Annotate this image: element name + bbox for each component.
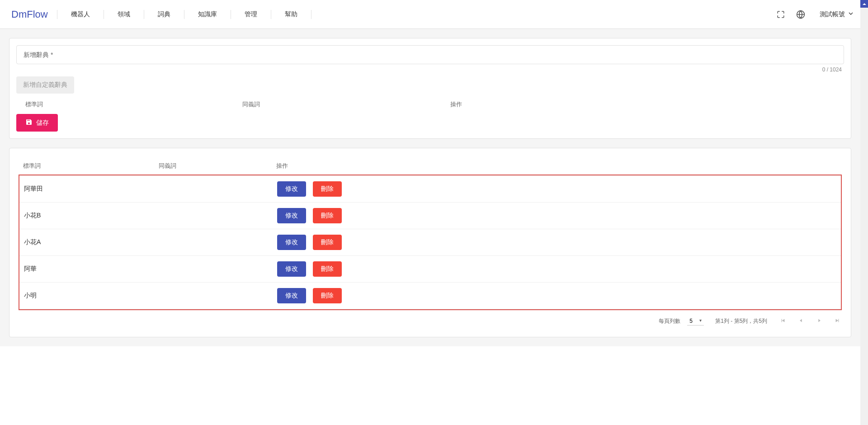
account-menu[interactable]: 測試帳號 <box>815 10 859 19</box>
chevron-down-icon <box>847 10 854 19</box>
pagination: 每頁列數 5 第1列 - 第5列，共5列 <box>9 310 851 332</box>
cell-action: 修改 刪除 <box>277 261 836 277</box>
last-page-button[interactable] <box>833 317 842 325</box>
delete-button[interactable]: 刪除 <box>313 288 342 303</box>
edit-button[interactable]: 修改 <box>277 181 306 197</box>
nav-robot[interactable]: 機器人 <box>60 10 101 19</box>
nav-knowledge[interactable]: 知識庫 <box>187 10 228 19</box>
table-row: 阿華田 修改 刪除 <box>19 175 841 202</box>
prev-page-button[interactable] <box>797 317 806 325</box>
cell-action: 修改 刪除 <box>277 288 836 303</box>
save-label: 儲存 <box>36 119 49 127</box>
per-page-label: 每頁列數 <box>659 317 680 325</box>
page-nav <box>778 317 842 325</box>
form-table-header: 標準詞 同義詞 操作 <box>16 94 844 114</box>
scrollbar[interactable] <box>860 0 868 346</box>
header-left: DmFlow 機器人 領域 詞典 知識庫 管理 幫助 <box>5 9 314 20</box>
cell-action: 修改 刪除 <box>277 181 836 197</box>
cell-standard: 小明 <box>24 292 160 300</box>
delete-button[interactable]: 刪除 <box>313 261 342 277</box>
cell-standard: 小花A <box>24 238 160 246</box>
divider <box>144 10 144 19</box>
delete-button[interactable]: 刪除 <box>313 181 342 197</box>
divider <box>311 10 311 19</box>
divider <box>231 10 231 19</box>
cell-action: 修改 刪除 <box>277 235 836 250</box>
divider <box>104 10 104 19</box>
column-action: 操作 <box>276 162 842 170</box>
divider <box>271 10 271 19</box>
scroll-up-icon[interactable] <box>860 0 868 8</box>
logo[interactable]: DmFlow <box>5 9 55 20</box>
table-row: 小花A 修改 刪除 <box>19 229 841 255</box>
save-icon <box>25 118 33 127</box>
nav-dictionary[interactable]: 詞典 <box>146 10 182 19</box>
table-row: 小明 修改 刪除 <box>19 282 841 309</box>
globe-icon[interactable] <box>795 9 806 20</box>
app-header: DmFlow 機器人 領域 詞典 知識庫 管理 幫助 測試帳號 <box>0 0 868 29</box>
divider <box>19 309 841 309</box>
table-row: 小花B 修改 刪除 <box>19 202 841 229</box>
dictionary-table-card: 標準詞 同義詞 操作 阿華田 修改 刪除 小花B 修改 刪除 <box>9 148 851 337</box>
cell-standard: 阿華 <box>24 265 160 273</box>
delete-button[interactable]: 刪除 <box>313 235 342 250</box>
divider <box>57 10 57 19</box>
column-standard: 標準詞 <box>25 100 242 109</box>
edit-button[interactable]: 修改 <box>277 288 306 303</box>
edit-button[interactable]: 修改 <box>277 208 306 223</box>
add-dictionary-input[interactable] <box>16 45 844 64</box>
cell-standard: 阿華田 <box>24 185 160 193</box>
delete-button[interactable]: 刪除 <box>313 208 342 223</box>
add-dictionary-card: 0 / 1024 新增自定義辭典 標準詞 同義詞 操作 儲存 <box>9 38 851 139</box>
first-page-button[interactable] <box>778 317 788 325</box>
nav-help[interactable]: 幫助 <box>274 10 309 19</box>
cell-standard: 小花B <box>24 212 160 220</box>
nav-manage[interactable]: 管理 <box>233 10 269 19</box>
fullscreen-icon[interactable] <box>775 9 786 20</box>
char-count: 0 / 1024 <box>16 66 844 73</box>
divider <box>184 10 184 19</box>
edit-button[interactable]: 修改 <box>277 235 306 250</box>
table-header-row: 標準詞 同義詞 操作 <box>9 155 851 175</box>
page-size-select[interactable]: 5 <box>687 317 704 326</box>
header-right: 測試帳號 <box>775 9 859 20</box>
column-synonym: 同義詞 <box>242 100 450 109</box>
page-size-control: 每頁列數 5 <box>659 317 704 326</box>
main-container: 0 / 1024 新增自定義辭典 標準詞 同義詞 操作 儲存 標準詞 同義詞 操… <box>0 29 860 346</box>
account-label: 測試帳號 <box>820 10 845 19</box>
column-standard: 標準詞 <box>23 162 159 170</box>
next-page-button[interactable] <box>815 317 824 325</box>
save-button[interactable]: 儲存 <box>16 114 58 132</box>
column-action: 操作 <box>450 100 840 109</box>
column-synonym: 同義詞 <box>159 162 276 170</box>
table-row: 阿華 修改 刪除 <box>19 255 841 282</box>
highlighted-rows: 阿華田 修改 刪除 小花B 修改 刪除 小花A 修改 <box>19 175 842 310</box>
cell-action: 修改 刪除 <box>277 208 836 223</box>
nav-domain[interactable]: 領域 <box>106 10 142 19</box>
page-range-label: 第1列 - 第5列，共5列 <box>715 317 767 325</box>
edit-button[interactable]: 修改 <box>277 261 306 277</box>
add-custom-dictionary-button[interactable]: 新增自定義辭典 <box>16 76 74 94</box>
page-size-select-wrap: 5 <box>687 317 704 326</box>
